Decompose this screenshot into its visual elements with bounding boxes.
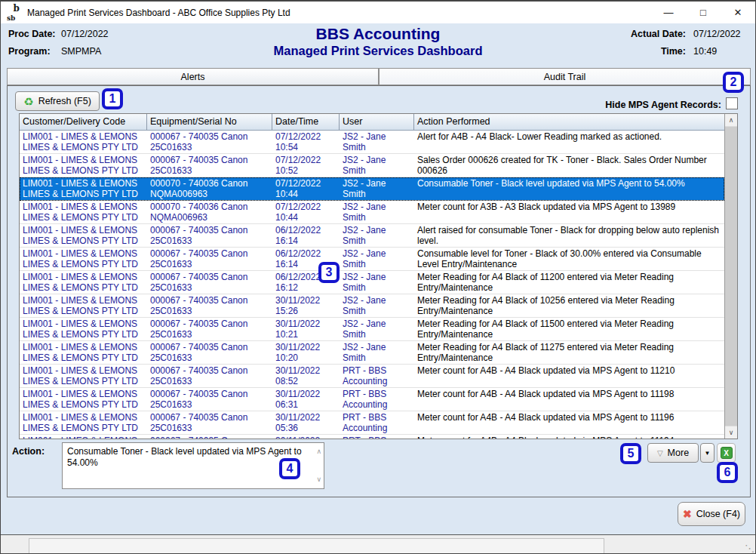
cell-datetime: 30/11/202210:20 — [272, 341, 340, 364]
cell-equipment: 000067 - 740035 Canon25C01633 — [147, 341, 272, 364]
scrollbar-thumb[interactable] — [725, 127, 737, 426]
actual-date-label: Actual Date: — [631, 29, 686, 39]
hide-mps-checkbox[interactable] — [726, 97, 738, 109]
column-header-equipment[interactable]: Equipment/Serial No — [147, 114, 272, 130]
caret-down-icon: ▼ — [705, 450, 711, 457]
triangle-down-icon: ▽ — [657, 449, 663, 457]
column-header-user[interactable]: User — [340, 114, 414, 130]
cell-datetime: 30/11/202206:31 — [272, 388, 340, 411]
table-row[interactable]: LIM001 - LIMES & LEMONSLIMES & LEMONS PT… — [20, 294, 724, 318]
table-row[interactable]: LIM001 - LIMES & LEMONSLIMES & LEMONS PT… — [20, 224, 724, 248]
cell-customer: LIM001 - LIMES & LEMONSLIMES & LEMONS PT… — [20, 271, 147, 294]
cell-datetime: 07/12/202210:44 — [272, 201, 340, 223]
action-scroll-up-icon[interactable]: ∧ — [316, 446, 321, 457]
close-button[interactable]: ✖ Close (F4) — [678, 502, 745, 526]
status-panel — [29, 538, 604, 554]
tab-alerts[interactable]: Alerts — [7, 68, 379, 85]
table-row[interactable]: LIM001 - LIMES & LEMONSLIMES & LEMONS PT… — [20, 248, 724, 271]
table-header: Customer/Delivery Code Equipment/Serial … — [20, 114, 724, 131]
callout-1: 1 — [102, 88, 123, 109]
proc-date-value: 07/12/2022 — [61, 29, 109, 39]
more-button[interactable]: ▽ More — [647, 443, 699, 463]
refresh-label: Refresh (F5) — [38, 96, 91, 106]
cell-customer: LIM001 - LIMES & LEMONSLIMES & LEMONS PT… — [20, 318, 147, 340]
column-header-customer[interactable]: Customer/Delivery Code — [20, 114, 147, 130]
tab-audit-trail[interactable]: Audit Trail — [379, 68, 751, 85]
table-row[interactable]: LIM001 - LIMES & LEMONSLIMES & LEMONS PT… — [20, 388, 724, 411]
cell-equipment: 000067 - 740035 Canon25C01633 — [147, 224, 272, 247]
program-value: SMPMPA — [61, 46, 101, 57]
cell-customer: LIM001 - LIMES & LEMONSLIMES & LEMONS PT… — [20, 388, 147, 411]
app-subtitle: Managed Print Services Dashboard — [274, 44, 483, 58]
cell-user: JS2 - Jane Smith — [340, 177, 414, 200]
scroll-down-icon[interactable]: ∨ — [725, 426, 737, 439]
cell-datetime: 30/11/2022 — [272, 435, 340, 439]
cell-customer: LIM001 - LIMES & LEMONSLIMES & LEMONS PT… — [20, 154, 147, 177]
refresh-button[interactable]: ♻ Refresh (F5) — [15, 91, 100, 111]
column-header-datetime[interactable]: Date/Time — [272, 114, 340, 130]
cell-equipment: 000067 - 740035 Canon25C01633 — [147, 365, 272, 387]
column-header-action[interactable]: Action Performed — [414, 114, 724, 130]
cell-user: JS2 - Jane Smith — [340, 271, 414, 294]
close-window-button[interactable]: ✕ — [721, 2, 755, 23]
app-title: BBS Accounting — [274, 25, 483, 43]
cell-action: Alert raised for consumable Toner - Blac… — [414, 224, 724, 247]
cell-customer: LIM001 - LIMES & LEMONSLIMES & LEMONS PT… — [20, 248, 147, 270]
cell-user: JS2 - Jane Smith — [340, 131, 414, 153]
table-row[interactable]: LIM001 - LIMES & LEMONSLIMES & LEMONS PT… — [20, 318, 724, 341]
callout-3: 3 — [318, 262, 340, 283]
cell-user: PRT - BBS Accounting — [340, 388, 414, 411]
cell-datetime: 06/12/202216:14 — [272, 224, 340, 247]
callout-6: 6 — [717, 462, 738, 483]
export-excel-button[interactable]: X — [717, 443, 736, 463]
maximize-button[interactable]: □ — [686, 2, 721, 23]
table-row[interactable]: LIM001 - LIMES & LEMONSLIMES & LEMONS PT… — [20, 154, 724, 177]
cell-action: Consumable Toner - Black level updated v… — [414, 177, 724, 200]
cell-action: Meter count for A4B - A4 Black updated v… — [414, 365, 724, 387]
callout-2: 2 — [723, 72, 744, 93]
cell-equipment: 000067 - 740035 Canon25C01633 — [147, 411, 272, 434]
table-row[interactable]: LIM001 - LIMES & LEMONSLIMES & LEMONS PT… — [20, 411, 724, 435]
resize-grip[interactable]: ⋱ — [745, 543, 754, 554]
cell-equipment: 000070 - 740036 CanonNQMA006963 — [147, 201, 272, 223]
excel-icon: X — [721, 447, 733, 459]
cell-customer: LIM001 - LIMES & LEMONSLIMES & LEMONS PT… — [20, 131, 147, 153]
audit-trail-panel: ♻ Refresh (F5) Hide MPS Agent Records: C… — [7, 85, 751, 497]
cell-datetime: 07/12/202210:52 — [272, 154, 340, 177]
close-x-icon: ✖ — [683, 508, 692, 520]
cell-user: PRT - BBS Accounting — [340, 365, 414, 387]
minimize-button[interactable]: — — [651, 2, 686, 23]
app-logo-icon: b sb — [7, 6, 20, 20]
table-row[interactable]: LIM001 - LIMES & LEMONSLIMES & LEMONS PT… — [20, 435, 724, 439]
cell-action: Consumable level for Toner - Black of 30… — [414, 248, 724, 270]
cell-equipment: 000067 - 740035 Canon25C01633 — [147, 388, 272, 411]
cell-user: PRT - BBS Accounting — [340, 411, 414, 434]
scroll-up-icon[interactable]: ∧ — [725, 114, 737, 127]
cell-datetime: 07/12/202210:54 — [272, 131, 340, 153]
hide-mps-label: Hide MPS Agent Records: — [605, 100, 721, 110]
cell-action: Meter Reading for A4 Black of 11500 ente… — [414, 318, 724, 340]
cell-datetime: 30/11/202210:21 — [272, 318, 340, 340]
cell-equipment: 000067 - 740035 Canon25C01633 — [147, 271, 272, 294]
close-label: Close (F4) — [696, 509, 740, 519]
cell-user: JS2 - Jane Smith — [340, 154, 414, 177]
more-label: More — [668, 448, 689, 458]
cell-user: JS2 - Jane Smith — [340, 248, 414, 270]
table-row[interactable]: LIM001 - LIMES & LEMONSLIMES & LEMONS PT… — [20, 201, 724, 224]
more-dropdown-button[interactable]: ▼ — [700, 443, 715, 463]
cell-customer: LIM001 - LIMES & LEMONSLIMES & LEMONS PT… — [20, 294, 147, 317]
action-scroll-down-icon[interactable]: ∨ — [316, 474, 321, 485]
cell-datetime: 30/11/202208:52 — [272, 365, 340, 387]
table-row[interactable]: LIM001 - LIMES & LEMONSLIMES & LEMONS PT… — [20, 341, 724, 365]
cell-user: JS2 - Jane Smith — [340, 341, 414, 364]
table-row[interactable]: LIM001 - LIMES & LEMONSLIMES & LEMONS PT… — [20, 365, 724, 388]
cell-customer: LIM001 - LIMES & LEMONSLIMES & LEMONS PT… — [20, 435, 147, 439]
table-row[interactable]: LIM001 - LIMES & LEMONSLIMES & LEMONS PT… — [20, 131, 724, 154]
cell-action: Sales Order 000626 created for TK - Tone… — [414, 154, 724, 177]
table-scrollbar[interactable]: ∧ ∨ — [724, 114, 737, 439]
table-row[interactable]: LIM001 - LIMES & LEMONSLIMES & LEMONS PT… — [20, 271, 724, 294]
cell-datetime: 30/11/202215:26 — [272, 294, 340, 317]
cell-user: PRT - BBS — [340, 435, 414, 439]
audit-table: Customer/Delivery Code Equipment/Serial … — [19, 113, 738, 439]
table-row[interactable]: LIM001 - LIMES & LEMONSLIMES & LEMONS PT… — [20, 177, 724, 201]
